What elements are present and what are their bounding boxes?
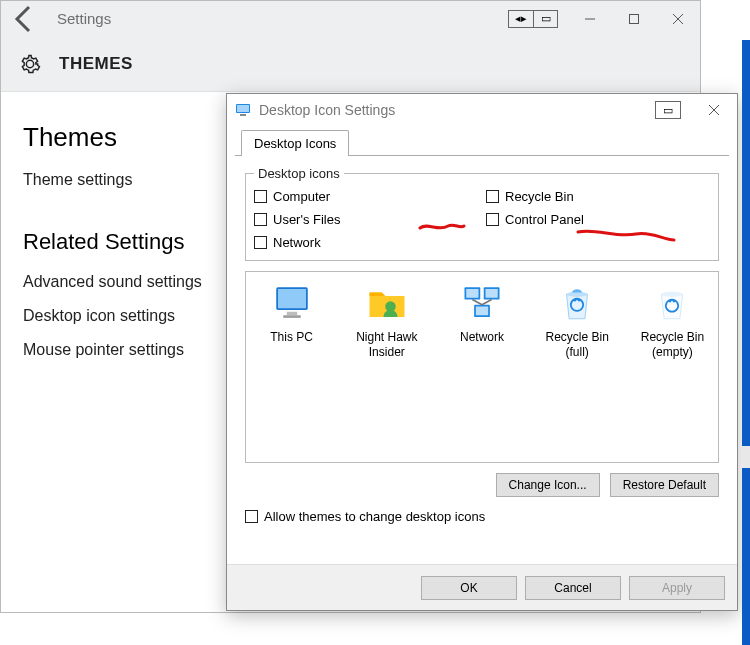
- checkbox-network[interactable]: Network: [254, 235, 478, 250]
- tab-desktop-icons[interactable]: Desktop Icons: [241, 130, 349, 156]
- checkbox-label: Network: [273, 235, 321, 250]
- settings-titlebar: Settings ◂▸ ▭: [1, 1, 700, 36]
- checkbox-icon: [254, 213, 267, 226]
- preview-network[interactable]: Network: [440, 282, 523, 345]
- dual-pane-toggle[interactable]: ◂▸ ▭: [508, 10, 558, 28]
- checkbox-computer[interactable]: Computer: [254, 189, 478, 204]
- bin-empty-icon: [651, 282, 693, 324]
- checkbox-icon: [254, 190, 267, 203]
- svg-rect-10: [278, 289, 306, 308]
- checkbox-icon: [254, 236, 267, 249]
- gear-icon: [19, 53, 41, 75]
- allow-themes-checkbox[interactable]: Allow themes to change desktop icons: [245, 509, 719, 524]
- ok-button[interactable]: OK: [421, 576, 517, 600]
- svg-rect-5: [237, 105, 249, 112]
- svg-rect-1: [630, 14, 639, 23]
- svg-rect-6: [240, 114, 246, 116]
- dialog-close-button[interactable]: [699, 95, 729, 125]
- tab-strip: Desktop Icons: [235, 130, 729, 156]
- header-label: THEMES: [59, 54, 133, 74]
- svg-rect-19: [476, 307, 488, 316]
- checkbox-users-files[interactable]: User's Files: [254, 212, 478, 227]
- window-title: Settings: [57, 10, 111, 27]
- checkbox-recycle-bin[interactable]: Recycle Bin: [486, 189, 710, 204]
- preview-label: Recycle Bin (empty): [631, 330, 714, 360]
- preview-label: This PC: [270, 330, 313, 345]
- dialog-panel-toggle[interactable]: ▭: [655, 101, 681, 119]
- svg-rect-17: [466, 289, 478, 298]
- arrows-icon: ◂▸: [509, 11, 533, 27]
- preview-label: Night Hawk Insider: [345, 330, 428, 360]
- network-icon: [461, 282, 503, 324]
- dialog-titlebar: Desktop Icon Settings ▭: [227, 94, 737, 126]
- preview-recycle-full[interactable]: Recycle Bin (full): [536, 282, 619, 360]
- icon-preview-list: This PC Night Hawk Insider Network Recyc…: [245, 271, 719, 463]
- preview-recycle-empty[interactable]: Recycle Bin (empty): [631, 282, 714, 360]
- tab-panel: Desktop icons Computer Recycle Bin User'…: [227, 156, 737, 532]
- panel-icon: ▭: [533, 11, 557, 27]
- checkbox-label: Allow themes to change desktop icons: [264, 509, 485, 524]
- preview-this-pc[interactable]: This PC: [250, 282, 333, 345]
- cancel-button[interactable]: Cancel: [525, 576, 621, 600]
- checkbox-label: Recycle Bin: [505, 189, 574, 204]
- close-button[interactable]: [656, 4, 700, 34]
- checkbox-icon: [486, 190, 499, 203]
- svg-point-23: [662, 292, 683, 297]
- settings-header: THEMES: [1, 36, 700, 92]
- display-icon: [235, 102, 251, 118]
- bin-full-icon: [556, 282, 598, 324]
- change-icon-button[interactable]: Change Icon...: [496, 473, 600, 497]
- desktop-edge: [742, 40, 750, 645]
- dialog-footer: OK Cancel Apply: [227, 564, 737, 610]
- restore-default-button[interactable]: Restore Default: [610, 473, 719, 497]
- svg-rect-11: [286, 312, 297, 316]
- desktop-icons-group: Desktop icons Computer Recycle Bin User'…: [245, 166, 719, 261]
- svg-line-20: [472, 300, 482, 305]
- dialog-title: Desktop Icon Settings: [259, 102, 395, 118]
- checkbox-control-panel[interactable]: Control Panel: [486, 212, 710, 227]
- checkbox-icon: [245, 510, 258, 523]
- apply-button[interactable]: Apply: [629, 576, 725, 600]
- preview-label: Network: [460, 330, 504, 345]
- user-folder-icon: [366, 282, 408, 324]
- checkbox-label: Computer: [273, 189, 330, 204]
- checkbox-label: User's Files: [273, 212, 341, 227]
- back-button[interactable]: [9, 3, 41, 35]
- minimize-button[interactable]: [568, 4, 612, 34]
- pc-icon: [271, 282, 313, 324]
- group-legend: Desktop icons: [254, 166, 344, 181]
- svg-line-21: [482, 300, 492, 305]
- preview-label: Recycle Bin (full): [536, 330, 619, 360]
- svg-rect-12: [283, 315, 301, 318]
- panel-icon: ▭: [656, 102, 680, 118]
- maximize-button[interactable]: [612, 4, 656, 34]
- svg-rect-18: [486, 289, 498, 298]
- checkbox-icon: [486, 213, 499, 226]
- preview-user-folder[interactable]: Night Hawk Insider: [345, 282, 428, 360]
- desktop-icon-settings-dialog: Desktop Icon Settings ▭ Desktop Icons De…: [226, 93, 738, 611]
- checkbox-label: Control Panel: [505, 212, 584, 227]
